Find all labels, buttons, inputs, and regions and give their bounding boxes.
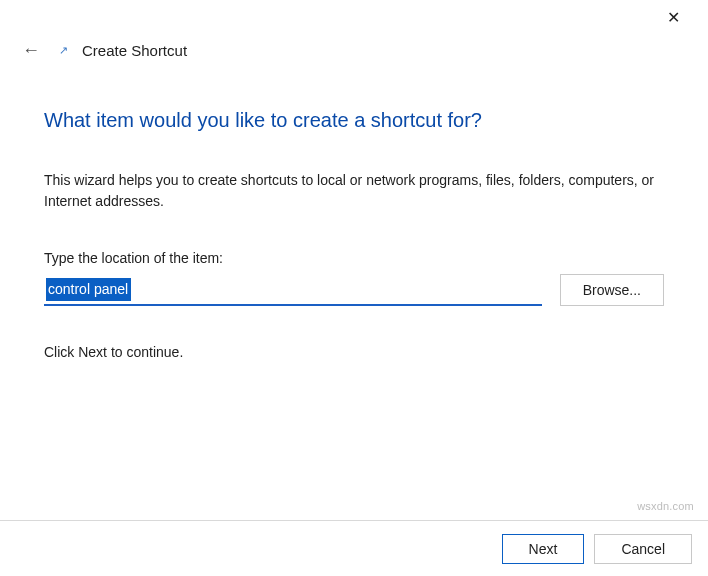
cancel-button[interactable]: Cancel	[594, 534, 692, 564]
wizard-description: This wizard helps you to create shortcut…	[44, 170, 664, 212]
location-label: Type the location of the item:	[44, 250, 664, 266]
page-heading: What item would you like to create a sho…	[44, 109, 664, 132]
close-icon[interactable]: ✕	[657, 3, 690, 32]
watermark: wsxdn.com	[637, 500, 694, 512]
back-arrow-icon[interactable]: ←	[16, 36, 46, 65]
continue-hint: Click Next to continue.	[44, 344, 664, 360]
location-input[interactable]	[44, 274, 542, 306]
browse-button[interactable]: Browse...	[560, 274, 664, 306]
wizard-footer: Next Cancel	[0, 520, 708, 576]
wizard-header: ← ↗ Create Shortcut	[0, 0, 708, 65]
wizard-content: What item would you like to create a sho…	[0, 65, 708, 360]
wizard-title: Create Shortcut	[82, 42, 187, 59]
shortcut-icon: ↗	[56, 44, 70, 58]
next-button[interactable]: Next	[502, 534, 585, 564]
